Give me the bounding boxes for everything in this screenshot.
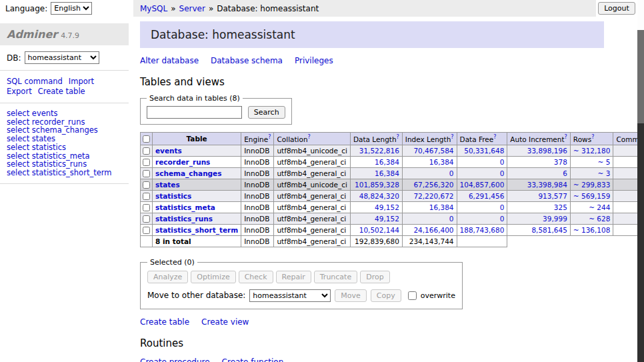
sidebar-table-link[interactable]: select statistics [7, 143, 122, 152]
table-name-link[interactable]: statistics_short_term [155, 226, 238, 234]
selected-action-button[interactable]: Drop [360, 271, 389, 283]
selected-action-button[interactable]: Truncate [314, 271, 357, 283]
create-link[interactable]: Create table [140, 317, 189, 327]
cell-auto-increment-link[interactable]: 39,999 [543, 215, 567, 223]
sidebar-action-link[interactable]: Import [69, 77, 94, 87]
cell-auto-increment-link[interactable]: 378 [554, 158, 567, 166]
cell-rows-link[interactable]: ~ 136,108 [573, 226, 611, 234]
selected-action-button[interactable]: Check [239, 271, 273, 283]
db-select[interactable]: homeassistant [25, 51, 99, 64]
search-button[interactable]: Search [248, 106, 285, 119]
cell-rows-link[interactable]: ~ 312,180 [573, 147, 611, 155]
column-help-link[interactable]: ? [268, 134, 271, 140]
row-checkbox[interactable] [143, 147, 150, 155]
move-db-select[interactable]: homeassistant [249, 289, 331, 302]
sidebar-table-link[interactable]: select states [7, 135, 122, 143]
cell-data-length-link[interactable]: 101,859,328 [355, 181, 399, 189]
table-name-link[interactable]: states [155, 181, 180, 189]
cell-index-length-link[interactable]: 67,256,320 [413, 181, 453, 189]
sidebar-action-link[interactable]: Create table [38, 87, 85, 97]
cell-index-length-link[interactable]: 70,467,584 [413, 147, 453, 155]
row-checkbox[interactable] [143, 227, 150, 234]
cell-auto-increment-link[interactable]: 33,898,196 [527, 147, 567, 155]
cell-data-free-link[interactable]: 0 [500, 158, 505, 166]
cell-data-free-link[interactable]: 188,743,680 [460, 226, 505, 234]
move-button[interactable]: Move [335, 289, 367, 302]
cell-data-length-link[interactable]: 49,152 [375, 215, 399, 223]
selected-action-button[interactable]: Optimize [191, 271, 235, 283]
create-link[interactable]: Create view [201, 317, 249, 327]
cell-rows-link[interactable]: ~ 569,159 [573, 192, 611, 200]
column-help-link[interactable]: ? [493, 134, 496, 140]
cell-auto-increment-link[interactable]: 8,581,645 [531, 226, 567, 234]
breadcrumb-link-server[interactable]: Server [179, 4, 205, 13]
database-action-link[interactable]: Privileges [295, 56, 333, 65]
cell-data-free-link[interactable]: 0 [500, 215, 505, 223]
sidebar-action-link[interactable]: Export [7, 87, 32, 97]
column-help-link[interactable]: ? [308, 134, 311, 140]
table-name-link[interactable]: recorder_runs [155, 158, 210, 166]
cell-data-free-link[interactable]: 0 [500, 169, 505, 177]
cell-auto-increment-link[interactable]: 6 [563, 169, 567, 177]
cell-index-length-link[interactable]: 72,220,672 [413, 192, 453, 200]
column-help-link[interactable]: ? [451, 134, 453, 140]
overwrite-checkbox[interactable] [408, 291, 417, 300]
row-checkbox[interactable] [143, 159, 150, 166]
scrollbar-track[interactable] [637, 30, 644, 362]
breadcrumb-link-mysql[interactable]: MySQL [140, 4, 167, 13]
cell-data-length-link[interactable]: 16,384 [375, 158, 399, 166]
cell-data-free-link[interactable]: 50,331,648 [464, 147, 504, 155]
routine-link[interactable]: Create function [222, 357, 284, 362]
cell-auto-increment-link[interactable]: 325 [554, 203, 567, 211]
cell-index-length-link[interactable]: 16,384 [429, 158, 454, 166]
scrollbar-thumb[interactable] [637, 30, 644, 123]
routine-link[interactable]: Create procedure [140, 357, 210, 362]
selected-action-button[interactable]: Analyze [147, 271, 188, 283]
database-action-link[interactable]: Database schema [211, 56, 283, 65]
cell-index-length-link[interactable]: 0 [449, 215, 454, 223]
cell-rows-link[interactable]: ~ 3 [598, 169, 611, 177]
table-name-link[interactable]: schema_changes [155, 169, 222, 177]
cell-data-length-link[interactable]: 10,502,144 [359, 226, 399, 234]
cell-rows-link[interactable]: ~ 299,833 [573, 181, 611, 189]
cell-rows-link[interactable]: ~ 5 [598, 158, 611, 166]
cell-data-free-link[interactable]: 0 [500, 203, 505, 211]
cell-auto-increment-link[interactable]: 913,577 [538, 192, 567, 200]
row-checkbox[interactable] [143, 170, 150, 177]
sidebar-table-link[interactable]: select events [7, 109, 122, 118]
row-checkbox[interactable] [143, 204, 150, 211]
sidebar-table-link[interactable]: select statistics_short_term [7, 169, 122, 177]
cell-data-free-link[interactable]: 104,857,600 [460, 181, 505, 189]
row-checkbox[interactable] [143, 181, 150, 189]
table-name-link[interactable]: statistics [155, 192, 191, 200]
cell-data-length-link[interactable]: 31,522,816 [359, 147, 399, 155]
column-header: Auto Increment? [507, 133, 571, 145]
sidebar-action-link[interactable]: SQL command [7, 77, 63, 87]
database-action-link[interactable]: Alter database [140, 56, 199, 65]
language-select[interactable]: English [51, 2, 92, 15]
cell-data-free-link[interactable]: 6,291,456 [469, 192, 504, 200]
logout-button[interactable]: Logout [598, 2, 635, 15]
selected-action-button[interactable]: Repair [276, 271, 311, 283]
cell-index-length-link[interactable]: 0 [449, 169, 454, 177]
cell-data-length-link[interactable]: 16,384 [375, 169, 399, 177]
table-name-link[interactable]: statistics_runs [155, 215, 213, 223]
table-name-link[interactable]: statistics_meta [155, 203, 215, 211]
cell-index-length-link[interactable]: 24,166,400 [413, 226, 453, 234]
scrollbar[interactable] [637, 0, 644, 362]
cell-data-length-link[interactable]: 48,824,320 [359, 192, 399, 200]
column-help-link[interactable]: ? [591, 134, 594, 140]
cell-data-length-link[interactable]: 49,152 [375, 203, 399, 211]
copy-button[interactable]: Copy [371, 289, 401, 302]
column-help-link[interactable]: ? [565, 134, 567, 140]
search-input[interactable] [147, 106, 242, 119]
cell-index-length-link[interactable]: 16,384 [429, 203, 454, 211]
column-help-link[interactable]: ? [397, 134, 399, 140]
row-checkbox[interactable] [143, 215, 150, 223]
cell-auto-increment-link[interactable]: 33,398,984 [527, 181, 567, 189]
select-all-checkbox[interactable] [143, 135, 150, 143]
cell-rows-link[interactable]: ~ 628 [589, 215, 610, 223]
cell-rows-link[interactable]: ~ 244 [589, 203, 610, 211]
table-name-link[interactable]: events [155, 147, 182, 155]
row-checkbox[interactable] [143, 193, 150, 200]
